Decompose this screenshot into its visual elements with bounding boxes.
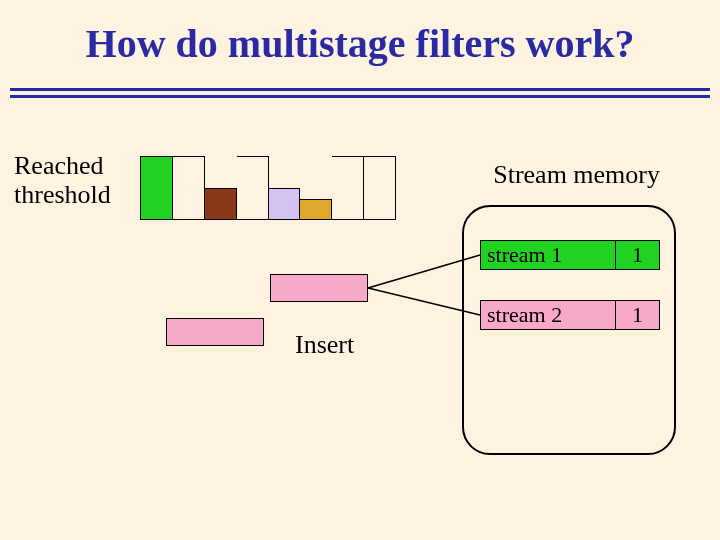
slide-title: How do multistage filters work? [0,20,720,67]
filter-cell [364,156,396,220]
filter-cell [205,188,237,220]
memory-entry-name: stream 1 [480,240,616,270]
filter-stage-row [140,156,396,220]
memory-entry-stream2: stream 2 1 [480,300,660,330]
memory-entry-name: stream 2 [480,300,616,330]
memory-entry-value: 1 [616,300,660,330]
title-rule-inner [10,91,710,95]
memory-entry-value: 1 [616,240,660,270]
filter-cell [332,156,364,220]
memory-entry-stream1: stream 1 1 [480,240,660,270]
reached-threshold-label: Reached threshold [14,152,111,209]
insert-label: Insert [295,330,354,360]
filter-cell [237,156,269,220]
packet-bottom [166,318,264,346]
stream-memory-label: Stream memory [493,160,660,190]
packet-top [270,274,368,302]
filter-cell [140,156,173,220]
filter-cell [300,199,332,220]
filter-cell [173,156,205,220]
filter-cell [269,188,301,220]
